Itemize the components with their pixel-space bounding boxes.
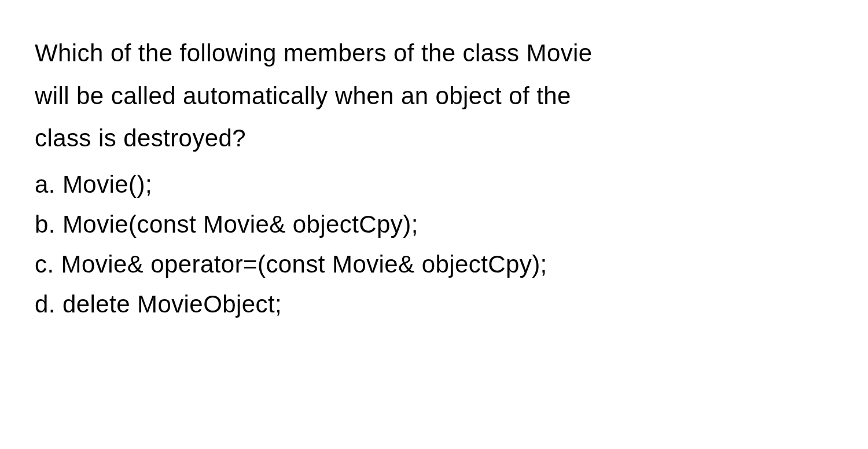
option-d: d. delete MovieObject;: [35, 284, 833, 324]
option-b: b. Movie(const Movie& objectCpy);: [35, 204, 833, 244]
option-a: a. Movie();: [35, 164, 833, 204]
question-text: Which of the following members of the cl…: [35, 32, 833, 160]
question-line-1: Which of the following members of the cl…: [35, 32, 833, 75]
question-line-2: will be called automatically when an obj…: [35, 75, 833, 117]
question-content: Which of the following members of the cl…: [35, 32, 833, 325]
question-line-3: class is destroyed?: [35, 117, 833, 160]
option-c: c. Movie& operator=(const Movie& objectC…: [35, 244, 833, 284]
